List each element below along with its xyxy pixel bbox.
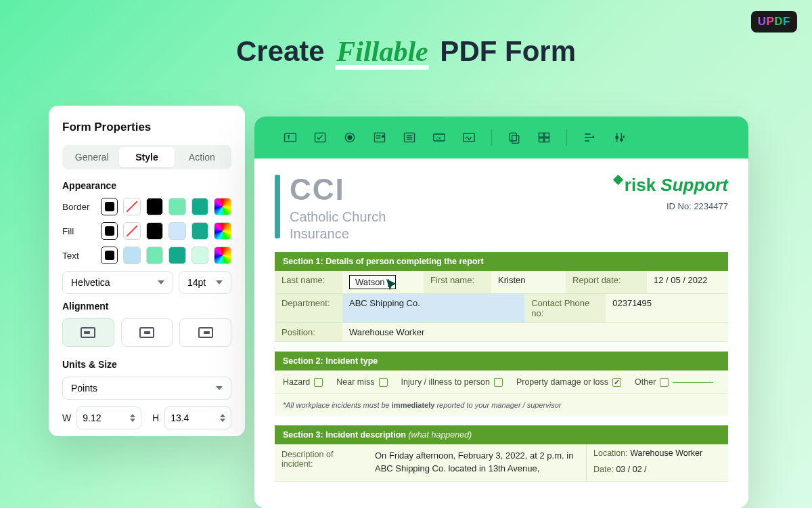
text-swatch-teal[interactable] (168, 247, 186, 264)
position-field[interactable]: Warehouse Worker (342, 323, 728, 342)
radio-icon[interactable] (342, 131, 357, 144)
phone-field[interactable]: 02371495 (606, 294, 728, 323)
text-swatch-sky[interactable] (123, 247, 141, 264)
tab-style[interactable]: Style (119, 147, 174, 167)
units-select[interactable]: Points (62, 377, 231, 400)
hero-title: Create Fillable PDF Form (0, 35, 812, 68)
settings-icon[interactable] (612, 131, 627, 144)
border-swatch-rainbow[interactable] (214, 198, 231, 215)
dropdown-icon[interactable] (372, 131, 387, 144)
risk-logo: risk Support (614, 175, 728, 196)
svg-rect-4 (375, 133, 385, 142)
units-label: Units & Size (62, 359, 231, 370)
text-swatch-black[interactable] (101, 247, 118, 264)
firstname-field[interactable]: Kristen (491, 271, 566, 294)
app-logo: UPDF (751, 11, 797, 33)
svg-rect-14 (545, 138, 549, 142)
tab-general[interactable]: General (64, 147, 119, 167)
lastname-field[interactable]: Watson | (342, 271, 424, 294)
align-right-button[interactable] (179, 318, 231, 347)
other-checkbox[interactable] (660, 378, 669, 387)
description-field[interactable]: On Friday afternoon, February 3, 2022, a… (371, 444, 586, 481)
text-swatch-pale[interactable] (191, 247, 209, 264)
hazard-checkbox[interactable] (314, 378, 323, 387)
border-swatch-teal[interactable] (191, 198, 209, 215)
alignment-label: Alignment (62, 301, 231, 312)
section1-header: Section 1: Details of person completing … (275, 252, 728, 271)
button-icon[interactable]: OK (432, 131, 447, 144)
text-row: Text (62, 247, 231, 264)
incident-note: *All workplace incidents must be immedia… (275, 394, 728, 416)
nearmiss-checkbox[interactable] (379, 378, 388, 387)
text-swatch-mint[interactable] (146, 247, 164, 264)
section3-header: Section 3: Incident description (what ha… (275, 425, 728, 444)
form-properties-panel: Form Properties General Style Action App… (49, 106, 245, 436)
fill-swatch-rainbow[interactable] (214, 222, 231, 240)
form-toolbar: OK (254, 117, 748, 158)
text-field-icon[interactable] (283, 131, 298, 144)
fill-swatch-black[interactable] (101, 222, 118, 240)
border-swatch-black[interactable] (101, 198, 118, 215)
svg-rect-0 (285, 133, 296, 142)
fill-row: Fill (62, 222, 231, 240)
border-swatch-none[interactable] (123, 198, 141, 215)
appearance-label: Appearance (62, 180, 231, 191)
checkbox-icon[interactable] (313, 131, 328, 144)
fontsize-select[interactable]: 14pt (179, 271, 231, 294)
tab-action[interactable]: Action (175, 147, 229, 167)
grid-icon[interactable] (537, 131, 551, 144)
svg-point-3 (348, 135, 352, 140)
duplicate-icon[interactable] (507, 131, 522, 144)
svg-rect-12 (545, 133, 549, 137)
svg-point-16 (621, 139, 623, 141)
svg-text:OK: OK (436, 136, 442, 140)
location-field[interactable]: Warehouse Worker (630, 448, 702, 458)
document-canvas: OK CCI Catholic ChurchInsurance risk Sup… (254, 117, 748, 508)
svg-point-15 (616, 136, 618, 138)
injury-checkbox[interactable] (494, 378, 503, 387)
width-input[interactable]: 9.12 (76, 406, 141, 429)
border-swatch-mint[interactable] (168, 198, 186, 215)
height-input[interactable]: 13.4 (164, 406, 231, 429)
svg-rect-9 (510, 133, 516, 141)
reportdate-field[interactable]: 12 / 05 / 2022 (647, 271, 728, 294)
property-checkbox[interactable] (612, 378, 621, 387)
signature-icon[interactable] (461, 131, 476, 144)
svg-rect-11 (539, 133, 544, 137)
panel-title: Form Properties (62, 121, 231, 134)
align-center-button[interactable] (121, 318, 173, 347)
properties-tabs: General Style Action (62, 145, 231, 169)
border-swatch-solid-black[interactable] (146, 198, 164, 215)
fill-swatch-none[interactable] (123, 222, 141, 240)
fill-swatch-solid-black[interactable] (146, 222, 164, 240)
text-swatch-rainbow[interactable] (214, 247, 231, 264)
align-left-button[interactable] (62, 318, 114, 347)
department-field[interactable]: ABC Shipping Co. (342, 294, 524, 323)
incident-date-field[interactable]: 03 / 02 / (616, 465, 646, 474)
fill-swatch-teal[interactable] (191, 222, 209, 240)
border-row: Border (62, 198, 231, 215)
svg-rect-10 (512, 135, 519, 144)
brand-title: CCI (290, 175, 386, 205)
listbox-icon[interactable] (402, 131, 417, 144)
font-select[interactable]: Helvetica (62, 271, 173, 294)
section2-header: Section 2: Incident type (275, 352, 728, 371)
svg-rect-13 (539, 138, 544, 142)
fill-swatch-lightblue[interactable] (168, 222, 186, 240)
align-tools-icon[interactable] (582, 131, 597, 144)
